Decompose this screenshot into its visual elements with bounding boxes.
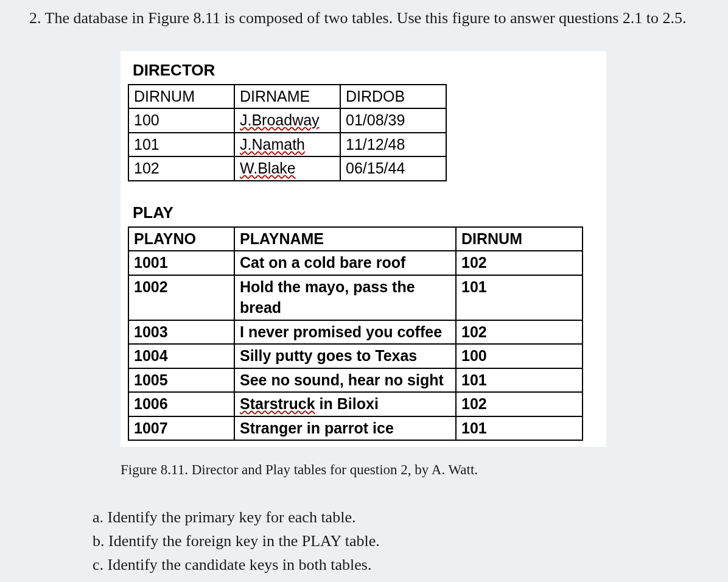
cell-dirname: J.Namath xyxy=(234,133,340,157)
play-col-playno: PLAYNO xyxy=(128,227,234,251)
figure-caption: Figure 8.11. Director and Play tables fo… xyxy=(121,460,700,480)
cell-dirnum: 101 xyxy=(128,133,234,157)
cell-dirname: J.Broadway xyxy=(234,108,340,133)
director-header-row: DIRNUM DIRNAME DIRDOB xyxy=(128,85,446,109)
cell-playname: I never promised you coffee xyxy=(234,320,456,345)
cell-dirnum: 100 xyxy=(456,344,583,368)
cell-playname: Stranger in parrot ice xyxy=(234,416,456,441)
table-row: 101 J.Namath 11/12/48 xyxy=(128,133,446,157)
table-row: 1001 Cat on a cold bare roof 102 xyxy=(128,251,583,275)
play-table: PLAYNO PLAYNAME DIRNUM 1001 Cat on a col… xyxy=(128,226,583,441)
table-row: 1003 I never promised you coffee 102 xyxy=(128,320,583,345)
table-row: 1002 Hold the mayo, pass the bread 101 xyxy=(128,275,583,320)
cell-dirnum: 101 xyxy=(456,275,583,320)
sub-question-d: d. Draw the ER model. xyxy=(93,577,700,582)
table-row: 1007 Stranger in parrot ice 101 xyxy=(128,416,583,441)
cell-dirnum: 101 xyxy=(456,416,583,441)
cell-playname: Starstruck in Biloxi xyxy=(234,392,456,416)
problem-stem: 2. The database in Figure 8.11 is compos… xyxy=(29,7,700,29)
table-row: 100 J.Broadway 01/08/39 xyxy=(128,108,446,133)
cell-dirname: W.Blake xyxy=(234,156,340,181)
spellcheck-underline: J.Namath xyxy=(240,136,305,153)
cell-playname: Silly putty goes to Texas xyxy=(234,344,456,368)
cell-playno: 1007 xyxy=(128,416,234,441)
director-col-dirdob: DIRDOB xyxy=(340,85,446,109)
page-root: 2. The database in Figure 8.11 is compos… xyxy=(0,0,728,582)
play-table-title: PLAY xyxy=(123,202,604,226)
table-row: 1005 See no sound, hear no sight 101 xyxy=(128,368,583,393)
cell-playname: Cat on a cold bare roof xyxy=(234,251,456,275)
director-table-title: DIRECTOR xyxy=(123,60,604,84)
sub-question-c: c. Identify the candidate keys in both t… xyxy=(93,554,700,576)
spellcheck-underline: Starstruck xyxy=(240,395,315,412)
cell-playno: 1002 xyxy=(128,275,234,320)
cell-dirdob: 11/12/48 xyxy=(340,133,446,157)
cell-dirdob: 01/08/39 xyxy=(340,108,446,133)
figure-block: DIRECTOR DIRNUM DIRNAME DIRDOB 100 J.Bro… xyxy=(121,51,606,447)
cell-dirnum: 102 xyxy=(128,156,234,181)
cell-playno: 1004 xyxy=(128,344,234,368)
play-col-dirnum: DIRNUM xyxy=(456,227,583,251)
cell-dirnum: 101 xyxy=(456,368,583,393)
table-row: 102 W.Blake 06/15/44 xyxy=(128,156,446,181)
table-row: 1006 Starstruck in Biloxi 102 xyxy=(128,392,583,416)
director-col-dirnum: DIRNUM xyxy=(128,85,234,109)
cell-dirnum: 102 xyxy=(456,251,583,275)
cell-playname: Hold the mayo, pass the bread xyxy=(234,275,456,320)
spellcheck-underline: W.Blake xyxy=(240,160,296,177)
cell-dirnum: 102 xyxy=(456,392,583,416)
cell-playno: 1003 xyxy=(128,320,234,345)
cell-playno: 1006 xyxy=(128,392,234,416)
director-table: DIRNUM DIRNAME DIRDOB 100 J.Broadway 01/… xyxy=(128,84,447,181)
cell-playno: 1005 xyxy=(128,368,234,393)
cell-playname: See no sound, hear no sight xyxy=(234,368,456,393)
table-row: 1004 Silly putty goes to Texas 100 xyxy=(128,344,583,368)
cell-dirnum: 102 xyxy=(456,320,583,345)
play-col-playname: PLAYNAME xyxy=(234,227,456,251)
sub-question-b: b. Identify the foreign key in the PLAY … xyxy=(93,530,700,552)
sub-questions: a. Identify the primary key for each tab… xyxy=(93,507,700,582)
director-col-dirname: DIRNAME xyxy=(234,85,340,109)
sub-question-a: a. Identify the primary key for each tab… xyxy=(93,507,700,528)
cell-playno: 1001 xyxy=(128,251,234,275)
cell-dirdob: 06/15/44 xyxy=(340,156,446,181)
play-header-row: PLAYNO PLAYNAME DIRNUM xyxy=(128,227,583,251)
cell-dirnum: 100 xyxy=(128,108,234,133)
spellcheck-underline: J.Broadway xyxy=(240,111,320,128)
